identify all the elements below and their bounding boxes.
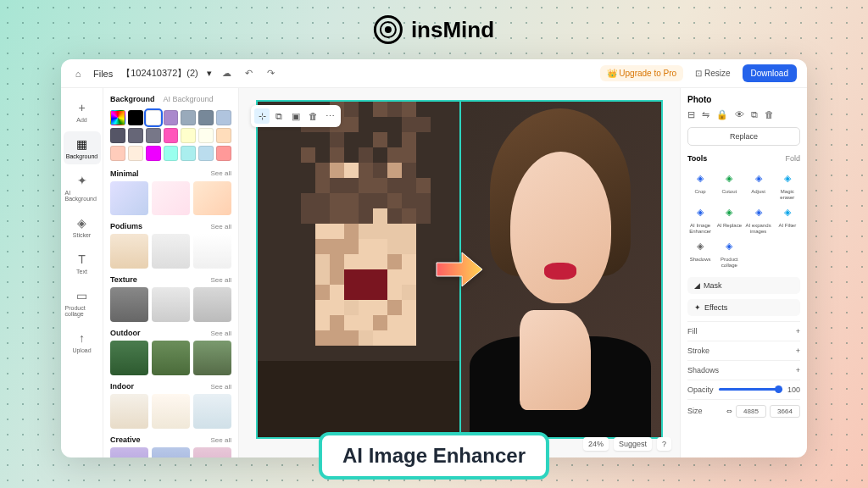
lock-icon[interactable]: 🔒 (716, 109, 728, 120)
tab-ai-background[interactable]: AI Background (164, 95, 214, 103)
bg-thumb[interactable] (152, 287, 190, 322)
add-shadows[interactable]: + (796, 366, 800, 374)
color-swatch[interactable] (198, 110, 214, 125)
width-input[interactable]: 4885 (736, 405, 766, 418)
rail-text[interactable]: TText (64, 247, 101, 280)
tool-product-collage[interactable]: ◈Product collage (716, 237, 742, 268)
bg-thumb[interactable] (152, 234, 190, 269)
rail-sticker[interactable]: ◈Sticker (64, 210, 101, 243)
see-all-link[interactable]: See all (211, 169, 231, 177)
tool-cutout[interactable]: ◈Cutout (716, 169, 742, 200)
bg-thumb[interactable] (110, 447, 148, 458)
bg-thumb[interactable] (152, 447, 190, 458)
home-icon[interactable]: ⌂ (71, 67, 85, 80)
color-swatch[interactable] (216, 146, 231, 161)
align-icon[interactable]: ⊟ (687, 109, 695, 120)
bg-thumb[interactable] (110, 341, 148, 375)
color-swatch[interactable] (181, 110, 196, 125)
bg-thumb[interactable] (110, 181, 148, 216)
rail-add[interactable]: +Add (64, 95, 101, 128)
add-fill[interactable]: + (796, 327, 800, 336)
color-swatch[interactable] (164, 146, 179, 161)
help-button[interactable]: ? (657, 437, 671, 451)
replace-button[interactable]: Replace (687, 127, 800, 146)
bg-thumb[interactable] (193, 447, 231, 458)
add-stroke[interactable]: + (796, 347, 800, 355)
dropdown-icon[interactable]: ▾ (207, 68, 212, 79)
color-swatch[interactable] (110, 128, 125, 143)
copy-icon[interactable]: ⧉ (271, 108, 287, 124)
bg-thumb[interactable] (152, 181, 190, 216)
tool-shadows[interactable]: ◈Shadows (687, 237, 713, 268)
color-swatch[interactable] (128, 128, 143, 143)
bg-thumb[interactable] (110, 287, 148, 322)
tool-ai-image-enhancer[interactable]: ◈AI Image Enhancer (687, 203, 713, 234)
mask-button[interactable]: ◢Mask (687, 277, 800, 294)
suggest-button[interactable]: Suggest (614, 437, 652, 451)
cloud-icon[interactable]: ☁ (220, 67, 234, 80)
image-frame[interactable] (256, 100, 663, 439)
rail-background[interactable]: ▦Background (64, 131, 101, 164)
color-swatch[interactable] (146, 146, 161, 161)
color-swatch[interactable] (198, 146, 214, 161)
tool-crop[interactable]: ◈Crop (687, 169, 713, 200)
color-swatch[interactable] (216, 128, 231, 143)
more-icon[interactable]: ⋯ (322, 108, 337, 124)
see-all-link[interactable]: See all (211, 330, 231, 337)
canvas-area[interactable]: ⊹ ⧉ ▣ 🗑 ⋯ (239, 88, 680, 458)
bg-thumb[interactable] (152, 341, 190, 375)
color-swatch[interactable] (128, 146, 143, 161)
bg-thumb[interactable] (193, 234, 231, 269)
color-swatch[interactable] (110, 146, 125, 161)
color-swatch[interactable] (110, 110, 125, 125)
upgrade-button[interactable]: 👑 Upgrade to Pro (600, 65, 684, 81)
duplicate-icon[interactable]: ⧉ (751, 109, 758, 120)
tool-adjust[interactable]: ◈Adjust (746, 169, 771, 200)
filename[interactable]: 【102410372】(2) (121, 67, 198, 80)
trash-icon[interactable]: 🗑 (765, 109, 774, 120)
link-icon[interactable]: ⇔ (726, 408, 732, 415)
bg-thumb[interactable] (110, 234, 148, 269)
fold-button[interactable]: Fold (785, 154, 800, 163)
see-all-link[interactable]: See all (211, 223, 231, 230)
zoom-level[interactable]: 24% (583, 437, 609, 451)
bg-thumb[interactable] (152, 394, 190, 429)
layer-icon[interactable]: ▣ (288, 108, 303, 124)
color-swatch[interactable] (128, 110, 143, 125)
tool-ai-filter[interactable]: ◈AI Filter (775, 203, 800, 234)
tool-ai-expands-images[interactable]: ◈AI expands images (746, 203, 771, 234)
rail-ai-background[interactable]: ✦AI Background (64, 168, 101, 207)
select-tool-icon[interactable]: ⊹ (254, 108, 270, 124)
see-all-link[interactable]: See all (211, 436, 231, 444)
tool-ai-replace[interactable]: ◈AI Replace (716, 203, 742, 234)
files-label[interactable]: Files (93, 69, 113, 79)
effects-button[interactable]: ✦Effects (687, 299, 800, 316)
resize-button[interactable]: ⊡ Resize (690, 65, 735, 81)
color-swatch[interactable] (181, 146, 196, 161)
bg-thumb[interactable] (193, 287, 231, 322)
download-button[interactable]: Download (743, 64, 797, 82)
color-swatch[interactable] (181, 128, 196, 143)
tab-background[interactable]: Background (110, 95, 155, 103)
see-all-link[interactable]: See all (211, 383, 231, 391)
rail-upload[interactable]: ↑Upload (64, 325, 101, 358)
rail-product-collage[interactable]: ▭Product collage (64, 283, 101, 322)
bg-thumb[interactable] (193, 181, 231, 216)
height-input[interactable]: 3664 (770, 405, 800, 418)
color-swatch[interactable] (198, 128, 214, 143)
visibility-icon[interactable]: 👁 (735, 109, 744, 120)
redo-icon[interactable]: ↷ (264, 67, 278, 80)
flip-icon[interactable]: ⇋ (702, 109, 709, 120)
color-swatch[interactable] (146, 128, 161, 143)
bg-thumb[interactable] (193, 341, 231, 375)
color-swatch[interactable] (216, 110, 231, 125)
color-swatch[interactable] (164, 128, 179, 143)
opacity-slider[interactable] (719, 388, 782, 391)
see-all-link[interactable]: See all (211, 276, 231, 284)
bg-thumb[interactable] (193, 394, 231, 429)
undo-icon[interactable]: ↶ (242, 67, 256, 80)
color-swatch[interactable] (146, 110, 161, 125)
delete-icon[interactable]: 🗑 (305, 108, 320, 124)
color-swatch[interactable] (164, 110, 179, 125)
tool-magic-eraser[interactable]: ◈Magic eraser (775, 169, 800, 200)
